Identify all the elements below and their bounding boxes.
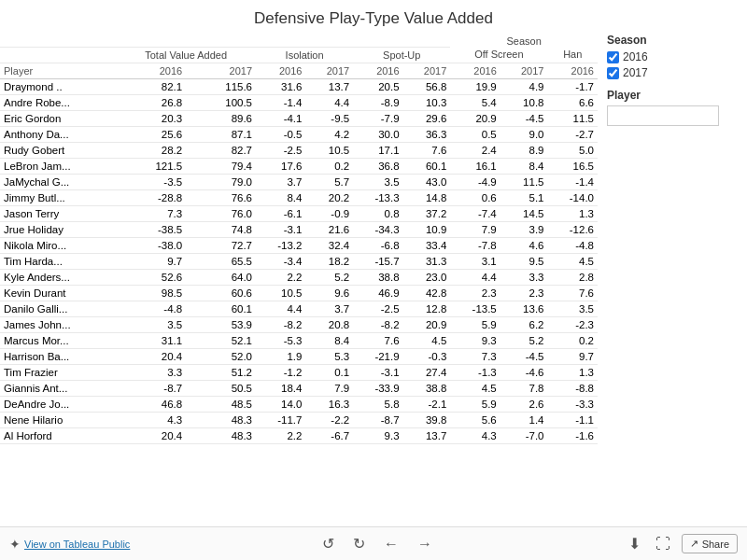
value-cell: -4.9 — [450, 174, 500, 189]
tableau-label[interactable]: View on Tableau Public — [24, 539, 130, 550]
value-cell: -4.5 — [500, 110, 548, 126]
value-cell: -38.5 — [116, 221, 186, 237]
checkbox-2016[interactable] — [607, 51, 619, 63]
value-cell: 4.9 — [500, 78, 548, 94]
value-cell: 20.2 — [305, 189, 353, 205]
value-cell: 7.6 — [353, 332, 402, 348]
main-container: Defensive Play-Type Value Added Season — [0, 0, 747, 560]
value-cell: 0.1 — [305, 364, 353, 380]
value-cell: 4.5 — [547, 253, 598, 269]
table-row: Marcus Mor...31.152.1-5.38.47.64.59.35.2… — [0, 332, 598, 348]
value-cell: -1.1 — [547, 412, 598, 427]
value-cell: 33.4 — [403, 237, 451, 253]
value-cell: 10.9 — [403, 221, 451, 237]
value-cell: 1.9 — [256, 348, 305, 364]
table-row: JaMychal G...-3.579.03.75.73.543.0-4.911… — [0, 174, 598, 189]
value-cell: 9.5 — [500, 253, 548, 269]
value-cell: -6.7 — [305, 427, 353, 443]
value-cell: 5.6 — [450, 412, 500, 427]
value-cell: -12.6 — [547, 221, 598, 237]
season-group-row: Season — [0, 34, 598, 47]
spotup-header — [353, 34, 450, 47]
value-cell: 46.9 — [353, 285, 402, 301]
value-cell: 10.5 — [256, 285, 305, 301]
player-col-header — [0, 47, 116, 63]
value-cell: 7.9 — [450, 221, 500, 237]
player-name-cell: Marcus Mor... — [0, 332, 116, 348]
value-cell: -38.0 — [116, 237, 186, 253]
value-cell: 1.3 — [547, 205, 598, 221]
value-cell: 100.5 — [186, 94, 256, 110]
value-cell: 2.2 — [256, 427, 305, 443]
table-row: Rudy Gobert28.282.7-2.510.517.17.62.48.9… — [0, 142, 598, 158]
data-table: Season Total Value Added Isolation Spot-… — [0, 34, 598, 444]
value-cell: -3.5 — [116, 174, 186, 189]
undo-button[interactable]: ↺ — [318, 533, 338, 554]
table-row: Jason Terry7.376.0-6.1-0.90.837.2-7.414.… — [0, 205, 598, 221]
share-button[interactable]: ↗ Share — [682, 534, 738, 553]
value-cell: 4.3 — [450, 427, 500, 443]
value-cell: -8.8 — [547, 380, 598, 396]
value-cell: 5.9 — [450, 316, 500, 332]
value-cell: 11.5 — [500, 174, 548, 189]
value-cell: -6.8 — [353, 237, 402, 253]
value-cell: 5.7 — [305, 174, 353, 189]
value-cell: 52.0 — [186, 348, 256, 364]
redo-button[interactable]: ↻ — [349, 533, 369, 554]
value-cell: 20.4 — [116, 427, 186, 443]
value-cell: 3.3 — [116, 364, 186, 380]
value-cell: 38.8 — [353, 269, 402, 285]
player-name-cell: Nikola Miro... — [0, 237, 116, 253]
checkbox-2017[interactable] — [607, 67, 619, 79]
checkbox-2016-row[interactable]: 2016 — [607, 50, 738, 63]
value-cell: 20.4 — [116, 348, 186, 364]
value-cell: -11.7 — [256, 412, 305, 427]
col-group-row: Total Value Added Isolation Spot-Up Off … — [0, 47, 598, 63]
table-row: Tim Frazier3.351.2-1.20.1-3.127.4-1.3-4.… — [0, 364, 598, 380]
tableau-icon: ✦ — [9, 537, 21, 552]
value-cell: 60.6 — [186, 285, 256, 301]
value-cell: 10.8 — [500, 94, 548, 110]
checkbox-2017-row[interactable]: 2017 — [607, 66, 738, 79]
value-cell: 17.6 — [256, 158, 305, 174]
value-cell: 27.4 — [403, 364, 451, 380]
value-cell: -0.5 — [256, 126, 305, 142]
value-cell: 3.7 — [256, 174, 305, 189]
value-cell: 10.5 — [305, 142, 353, 158]
value-cell: 20.3 — [116, 110, 186, 126]
player-name-cell: Jrue Holiday — [0, 221, 116, 237]
value-cell: 2.8 — [547, 269, 598, 285]
value-cell: -28.8 — [116, 189, 186, 205]
forward-button[interactable]: → — [414, 534, 436, 554]
table-row: Anthony Da...25.687.1-0.54.230.036.30.59… — [0, 126, 598, 142]
toolbar-center: ↺ ↻ ← → — [130, 533, 624, 554]
fullscreen-button[interactable]: ⛶ — [652, 534, 674, 554]
value-cell: 4.4 — [256, 301, 305, 316]
download-button[interactable]: ⬇ — [625, 533, 644, 554]
player-name-cell: Kevin Durant — [0, 285, 116, 301]
value-cell: 0.2 — [547, 332, 598, 348]
value-cell: 48.5 — [186, 396, 256, 412]
player-search-input[interactable] — [607, 105, 719, 126]
value-cell: 25.6 — [116, 126, 186, 142]
table-section: Season Total Value Added Isolation Spot-… — [0, 34, 598, 560]
player-name-cell: Jimmy Butl... — [0, 189, 116, 205]
back-button[interactable]: ← — [380, 534, 402, 554]
value-cell: -7.4 — [450, 205, 500, 221]
player-name-cell: Jason Terry — [0, 205, 116, 221]
value-cell: 5.0 — [547, 142, 598, 158]
table-wrapper[interactable]: Season Total Value Added Isolation Spot-… — [0, 34, 598, 505]
total-value-group: Total Value Added — [116, 47, 256, 63]
value-cell: 4.5 — [450, 380, 500, 396]
value-cell: 3.7 — [305, 301, 353, 316]
value-cell: -33.9 — [353, 380, 402, 396]
col-player: Player — [0, 63, 116, 78]
table-row: Andre Robe...26.8100.5-1.44.4-8.910.35.4… — [0, 94, 598, 110]
value-cell: -4.8 — [547, 237, 598, 253]
value-cell: 31.3 — [403, 253, 451, 269]
table-row: Harrison Ba...20.452.01.95.3-21.9-0.37.3… — [0, 348, 598, 364]
value-cell: 53.9 — [186, 316, 256, 332]
value-cell: 9.3 — [450, 332, 500, 348]
value-cell: 11.5 — [547, 110, 598, 126]
player-name-cell: Anthony Da... — [0, 126, 116, 142]
